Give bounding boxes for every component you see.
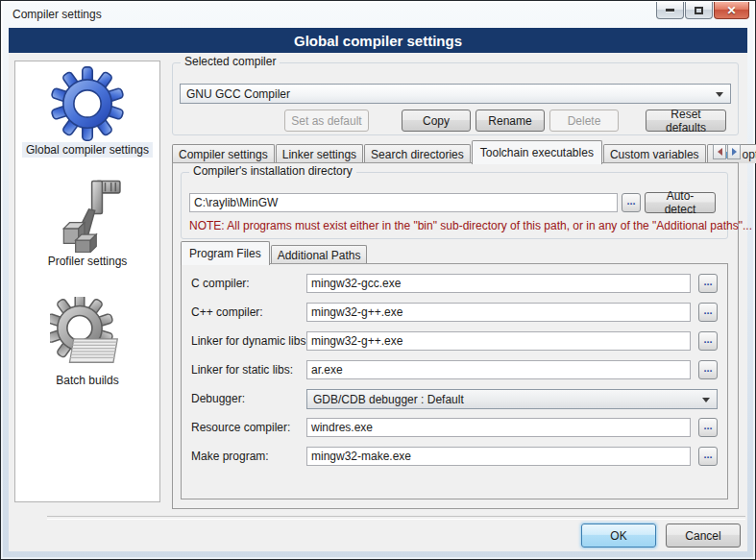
sidebar-item-batch-builds[interactable]: Batch builds (50, 296, 125, 388)
debugger-select[interactable]: GDB/CDB debugger : Default (306, 389, 718, 409)
tab-scroll-left-button[interactable] (713, 144, 726, 159)
linker-static-browse-button[interactable]: ... (698, 360, 718, 379)
field-label: Linker for dynamic libs: (191, 334, 309, 348)
field-label: C compiler: (191, 277, 250, 290)
cpp-compiler-input[interactable] (306, 303, 691, 322)
sidebar-item-label: Profiler settings (44, 254, 132, 269)
titlebar[interactable]: Compiler settings ✕ (1, 1, 755, 27)
field-label: C++ compiler: (191, 305, 263, 319)
tab-compiler-settings[interactable]: Compiler settings (172, 144, 275, 163)
page-title-banner: Global compiler settings (9, 28, 747, 53)
resource-compiler-browse-button[interactable]: ... (698, 418, 718, 437)
delete-button: Delete (549, 110, 619, 132)
make-program-input[interactable] (306, 447, 691, 466)
settings-category-sidebar: Global compiler settings (14, 61, 160, 502)
compiler-select-value: GNU GCC Compiler (186, 87, 290, 101)
field-label: Debugger: (191, 392, 245, 405)
minimize-icon (666, 9, 674, 12)
installation-directory-browse-button[interactable]: ... (622, 193, 641, 212)
note-text: NOTE: All programs must exist either in … (189, 219, 752, 232)
blue-gear-icon (50, 65, 125, 142)
field-row-cpp-compiler: C++ compiler: ... (182, 303, 727, 322)
tab-search-directories[interactable]: Search directories (364, 144, 471, 163)
field-label: Make program: (191, 450, 269, 463)
debugger-select-value: GDB/CDB debugger : Default (313, 393, 464, 406)
close-button[interactable]: ✕ (714, 2, 749, 19)
ok-button[interactable]: OK (581, 523, 656, 548)
cpp-compiler-browse-button[interactable]: ... (698, 303, 718, 322)
installation-directory-group-label: Compiler's installation directory (189, 164, 356, 178)
field-row-make-program: Make program: ... (182, 447, 727, 466)
field-label: Linker for static libs: (191, 363, 293, 377)
linker-static-input[interactable] (306, 360, 691, 379)
window-title: Compiler settings (12, 8, 102, 21)
auto-detect-button[interactable]: Auto-detect (645, 192, 716, 213)
field-label: Resource compiler: (191, 421, 290, 434)
field-row-resource-compiler: Resource compiler: ... (182, 418, 727, 437)
sidebar-item-label: Global compiler settings (22, 142, 153, 158)
arrow-right-icon (732, 148, 737, 156)
minimize-button[interactable] (656, 2, 684, 19)
program-subtabs: Program Files Additional Paths (181, 241, 368, 264)
linker-dynamic-input[interactable] (306, 331, 691, 351)
tab-linker-settings[interactable]: Linker settings (276, 144, 363, 163)
toolchain-executables-panel: Compiler's installation directory ... Au… (172, 162, 739, 509)
resource-compiler-input[interactable] (306, 418, 691, 437)
reset-defaults-button[interactable]: Reset defaults (646, 110, 726, 132)
field-row-debugger: Debugger: GDB/CDB debugger : Default (182, 389, 727, 408)
installation-directory-group: Compiler's installation directory ... Au… (181, 172, 728, 239)
selected-compiler-group: Selected compiler GNU GCC Compiler Set a… (172, 62, 739, 135)
selected-compiler-group-label: Selected compiler (181, 55, 280, 68)
chevron-down-icon (716, 92, 723, 97)
maximize-button[interactable] (685, 2, 713, 19)
settings-tabs: Compiler settings Linker settings Search… (172, 138, 741, 163)
field-row-c-compiler: C compiler: ... (182, 274, 727, 293)
subtab-additional-paths[interactable]: Additional Paths (271, 245, 368, 264)
compiler-select[interactable]: GNU GCC Compiler (180, 84, 731, 104)
installation-directory-input[interactable] (189, 193, 618, 212)
sidebar-item-label: Batch builds (52, 373, 122, 388)
linker-dynamic-browse-button[interactable]: ... (698, 331, 718, 351)
set-as-default-button: Set as default (284, 110, 369, 132)
compiler-settings-dialog: Compiler settings ✕ Global compiler sett… (0, 0, 756, 560)
gray-gear-papers-icon (50, 296, 125, 373)
copy-button[interactable]: Copy (402, 110, 471, 132)
field-row-linker-dynamic: Linker for dynamic libs: ... (182, 331, 727, 351)
c-compiler-input[interactable] (306, 274, 691, 293)
cancel-button[interactable]: Cancel (666, 523, 741, 548)
program-files-panel: C compiler: ... C++ compiler: ... Linker… (181, 263, 728, 499)
dialog-content: Global compiler settings (9, 53, 747, 551)
field-row-linker-static: Linker for static libs: ... (182, 360, 727, 379)
subtab-program-files[interactable]: Program Files (181, 241, 270, 265)
page-title: Global compiler settings (294, 33, 462, 49)
close-icon: ✕ (726, 4, 736, 17)
maximize-icon (695, 7, 703, 14)
arrow-left-icon (718, 148, 722, 156)
sidebar-item-profiler-settings[interactable]: Profiler settings (44, 177, 132, 269)
tab-toolchain-executables[interactable]: Toolchain executables (472, 140, 602, 164)
c-compiler-browse-button[interactable]: ... (698, 274, 718, 293)
make-program-browse-button[interactable]: ... (698, 447, 718, 466)
rename-button[interactable]: Rename (476, 110, 545, 132)
tab-scroll-right-button[interactable] (727, 144, 741, 159)
footer-divider (47, 516, 745, 520)
chevron-down-icon (702, 398, 710, 402)
sidebar-item-global-compiler-settings[interactable]: Global compiler settings (22, 65, 153, 158)
caliper-icon (52, 177, 123, 254)
tab-custom-variables[interactable]: Custom variables (603, 144, 706, 163)
